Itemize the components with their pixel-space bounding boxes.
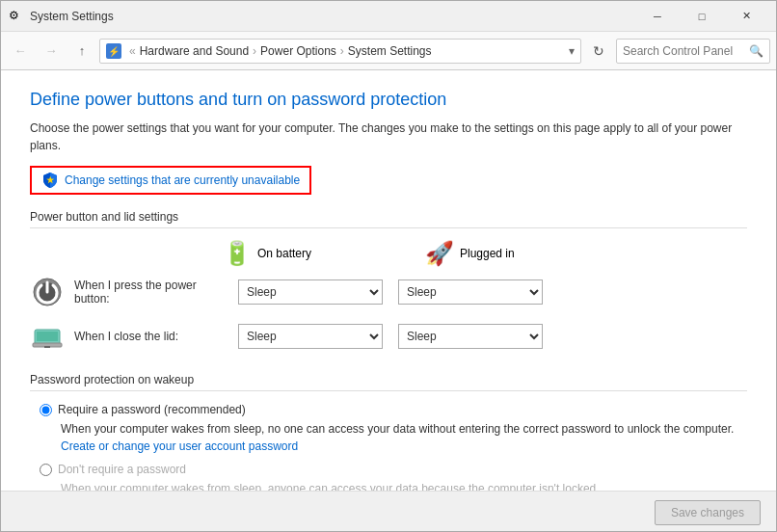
lid-close-row: When I close the lid: Sleep Do nothing H…	[30, 319, 747, 354]
breadcrumb-arrow2: ›	[340, 44, 344, 58]
breadcrumb-home-icon: ⚡	[106, 43, 125, 59]
page-title: Define power buttons and turn on passwor…	[30, 90, 747, 110]
lid-icon-img	[30, 319, 65, 354]
col-header-plugged: 🚀 Plugged in	[425, 240, 570, 267]
search-icon: 🔍	[749, 44, 764, 58]
titlebar-icon: ⚙	[9, 9, 24, 24]
lid-battery-select[interactable]: Sleep Do nothing Hibernate Shut down Tur…	[238, 324, 383, 349]
save-changes-button[interactable]: Save changes	[655, 500, 761, 525]
power-button-plugged-select[interactable]: Sleep Do nothing Hibernate Shut down Tur…	[398, 279, 543, 305]
create-password-link[interactable]: Create or change your user account passw…	[61, 439, 298, 453]
up-button[interactable]: ↑	[68, 38, 95, 65]
on-battery-label: On battery	[257, 247, 311, 260]
breadcrumb-arrow1: ›	[253, 44, 256, 58]
svg-text:⚡: ⚡	[108, 45, 121, 58]
password-section-header: Password protection on wakeup	[30, 373, 747, 391]
breadcrumb-hw: Hardware and Sound	[140, 44, 249, 58]
change-settings-link[interactable]: ★ Change settings that are currently una…	[30, 166, 311, 195]
minimize-button[interactable]: ─	[635, 1, 680, 32]
power-section-header: Power button and lid settings	[30, 210, 747, 228]
require-password-label[interactable]: Require a password (recommended)	[40, 403, 747, 416]
no-require-password-radio[interactable]	[40, 464, 52, 476]
back-button[interactable]: ←	[7, 38, 34, 65]
lid-plugged-select[interactable]: Sleep Do nothing Hibernate Shut down Tur…	[398, 324, 543, 349]
require-password-text: Require a password (recommended)	[58, 403, 246, 416]
power-button-dropdowns: Sleep Do nothing Hibernate Shut down Tur…	[238, 279, 543, 305]
require-desc-text: When your computer wakes from sleep, no …	[61, 422, 734, 436]
power-button-icon-img	[30, 275, 65, 309]
footer: Save changes	[1, 491, 776, 532]
addressbar: ← → ↑ ⚡ « Hardware and Sound › Power Opt…	[1, 32, 776, 70]
change-settings-text: Change settings that are currently unava…	[65, 173, 300, 187]
maximize-button[interactable]: □	[680, 1, 724, 32]
plugged-icon: 🚀	[425, 240, 454, 267]
power-button-battery-select[interactable]: Sleep Do nothing Hibernate Shut down Tur…	[238, 279, 383, 305]
breadcrumb-power: Power Options	[260, 44, 336, 58]
dropdown-arrow-icon: ▾	[569, 44, 575, 58]
breadcrumb-current: System Settings	[348, 44, 432, 58]
main-wrapper: Define power buttons and turn on passwor…	[1, 70, 776, 532]
require-password-desc: When your computer wakes from sleep, no …	[61, 420, 747, 455]
titlebar-controls: ─ □ ✕	[635, 1, 768, 32]
power-button-label: When I press the power button:	[74, 279, 228, 306]
col-header-battery: 🔋 On battery	[223, 240, 367, 267]
plugged-in-label: Plugged in	[460, 247, 515, 260]
shield-icon: ★	[41, 172, 59, 189]
page-description: Choose the power settings that you want …	[30, 120, 747, 154]
require-password-radio[interactable]	[40, 404, 52, 416]
refresh-button[interactable]: ↻	[585, 38, 612, 65]
password-section: Password protection on wakeup Require a …	[30, 373, 747, 497]
titlebar: ⚙ System Settings ─ □ ✕	[1, 1, 776, 32]
svg-rect-6	[37, 332, 58, 341]
titlebar-title: System Settings	[30, 10, 635, 23]
power-button-row: When I press the power button: Sleep Do …	[30, 275, 747, 309]
search-input[interactable]	[623, 44, 749, 58]
breadcrumb[interactable]: ⚡ « Hardware and Sound › Power Options ›…	[99, 39, 581, 64]
col-headers: 🔋 On battery 🚀 Plugged in	[30, 240, 747, 267]
close-button[interactable]: ✕	[724, 1, 768, 32]
svg-text:★: ★	[46, 175, 55, 185]
power-settings-table: 🔋 On battery 🚀 Plugged in	[30, 240, 747, 354]
lid-close-dropdowns: Sleep Do nothing Hibernate Shut down Tur…	[238, 324, 543, 349]
require-password-option: Require a password (recommended) When yo…	[40, 403, 747, 455]
battery-icon: 🔋	[223, 240, 252, 267]
content-area: Define power buttons and turn on passwor…	[1, 70, 776, 532]
breadcrumb-sep: «	[129, 44, 136, 58]
no-require-password-label[interactable]: Don't require a password	[40, 463, 747, 476]
forward-button[interactable]: →	[38, 38, 65, 65]
search-box[interactable]: 🔍	[616, 39, 770, 64]
no-require-password-text: Don't require a password	[58, 463, 186, 476]
power-button-section: Power button and lid settings 🔋 On batte…	[30, 210, 747, 354]
lid-close-label: When I close the lid:	[74, 330, 228, 343]
